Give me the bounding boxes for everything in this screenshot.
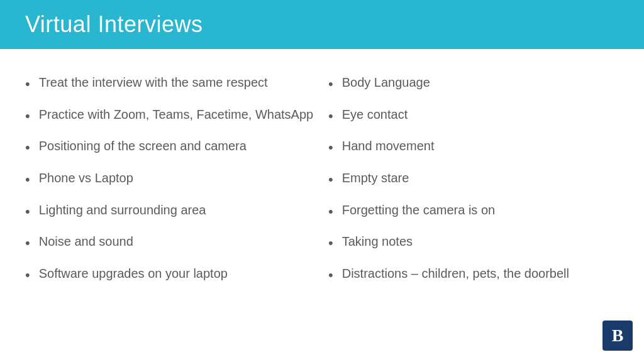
- content-area: • Treat the interview with the same resp…: [0, 49, 644, 361]
- list-item: • Treat the interview with the same resp…: [25, 68, 316, 100]
- list-item: • Body Language: [328, 68, 619, 100]
- right-column: • Body Language • Eye contact • Hand mov…: [328, 68, 619, 348]
- bullet-dot: •: [328, 266, 333, 285]
- bullet-text: Software upgrades on your laptop: [39, 265, 228, 282]
- bullet-text: Positioning of the screen and camera: [39, 138, 247, 155]
- bullet-text: Phone vs Laptop: [39, 170, 133, 187]
- page-title: Virtual Interviews: [25, 11, 203, 38]
- bullet-dot: •: [25, 107, 30, 126]
- bullet-dot: •: [25, 170, 30, 189]
- bullet-dot: •: [328, 170, 333, 189]
- list-item: • Software upgrades on your laptop: [25, 259, 316, 291]
- bullet-text: Treat the interview with the same respec…: [39, 74, 268, 91]
- bullet-dot: •: [25, 138, 30, 157]
- bullet-text: Practice with Zoom, Teams, Facetime, Wha…: [39, 106, 313, 123]
- bullet-text: Empty stare: [342, 170, 409, 187]
- bullet-text: Hand movement: [342, 138, 435, 155]
- logo-container: B: [602, 321, 633, 351]
- bullet-dot: •: [25, 75, 30, 94]
- bullet-text: Lighting and surrounding area: [39, 202, 206, 219]
- list-item: • Phone vs Laptop: [25, 163, 316, 195]
- bullet-text: Taking notes: [342, 233, 413, 250]
- bullet-dot: •: [25, 202, 30, 221]
- header: Virtual Interviews: [0, 0, 644, 49]
- list-item: • Forgetting the camera is on: [328, 195, 619, 228]
- list-item: • Eye contact: [328, 100, 619, 132]
- list-item: • Hand movement: [328, 131, 619, 163]
- bullet-text: Distractions – children, pets, the doorb…: [342, 265, 569, 282]
- list-item: • Taking notes: [328, 227, 619, 259]
- list-item: • Empty stare: [328, 163, 619, 195]
- list-item: • Practice with Zoom, Teams, Facetime, W…: [25, 100, 316, 132]
- bullet-dot: •: [25, 266, 30, 285]
- bullet-dot: •: [328, 75, 333, 94]
- bullet-dot: •: [25, 234, 30, 253]
- list-item: • Positioning of the screen and camera: [25, 131, 316, 163]
- bullet-dot: •: [328, 202, 333, 221]
- list-item: • Distractions – children, pets, the doo…: [328, 259, 619, 291]
- list-item: • Lighting and surrounding area: [25, 195, 316, 228]
- bullet-dot: •: [328, 234, 333, 253]
- bullet-text: Eye contact: [342, 106, 408, 123]
- bullet-dot: •: [328, 107, 333, 126]
- list-item: • Noise and sound: [25, 227, 316, 259]
- logo-letter: B: [612, 326, 624, 346]
- bullet-text: Body Language: [342, 74, 430, 91]
- left-column: • Treat the interview with the same resp…: [25, 68, 316, 348]
- bullet-text: Forgetting the camera is on: [342, 202, 495, 219]
- bullet-text: Noise and sound: [39, 233, 133, 250]
- bullet-dot: •: [328, 138, 333, 157]
